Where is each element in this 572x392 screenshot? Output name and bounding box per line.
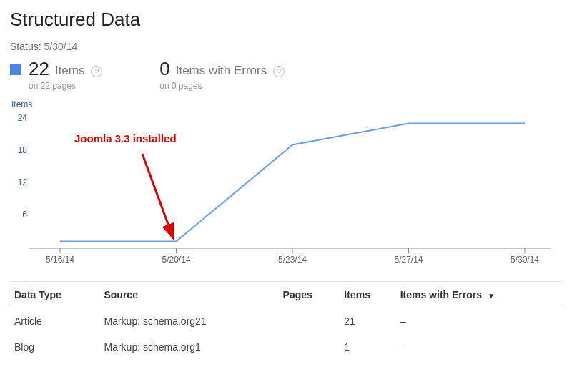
status-value: 5/30/14 <box>44 41 77 52</box>
svg-text:6: 6 <box>22 210 27 220</box>
cell-source: Markup: schema.org1 <box>99 334 278 360</box>
cell-datatype: Article <box>10 308 99 335</box>
cell-pages <box>279 334 340 360</box>
col-errors-text: Items with Errors <box>400 289 482 300</box>
items-summary: 22 Items ? on 22 pages <box>10 59 102 91</box>
errors-label: Items with Errors ? <box>176 64 285 78</box>
items-label-text: Items <box>55 64 85 77</box>
svg-line-15 <box>142 154 174 239</box>
svg-text:24: 24 <box>18 113 28 123</box>
status-line: Status: 5/30/14 <box>10 41 562 52</box>
errors-label-text: Items with Errors <box>176 64 267 77</box>
svg-text:5/16/14: 5/16/14 <box>46 255 74 265</box>
svg-text:5/20/14: 5/20/14 <box>162 255 190 265</box>
table-header-row: Data Type Source Pages Items Items with … <box>10 282 562 308</box>
col-source[interactable]: Source <box>99 282 278 308</box>
table-row[interactable]: ArticleMarkup: schema.org2121– <box>10 308 562 335</box>
errors-subtext: on 0 pages <box>159 81 285 91</box>
status-label: Status: <box>10 41 41 52</box>
cell-errors: – <box>396 334 562 360</box>
sort-desc-icon: ▼ <box>488 292 495 300</box>
items-count: 22 <box>29 59 49 78</box>
svg-text:5/23/14: 5/23/14 <box>278 255 307 265</box>
cell-items: 1 <box>340 334 395 360</box>
table-row[interactable]: BlogMarkup: schema.org11– <box>10 334 562 360</box>
errors-count: 0 <box>159 59 169 78</box>
col-datatype[interactable]: Data Type <box>10 282 99 308</box>
chart-title: Items <box>11 99 562 109</box>
svg-text:12: 12 <box>18 177 28 187</box>
svg-text:5/27/14: 5/27/14 <box>394 255 423 265</box>
items-label: Items ? <box>55 64 102 78</box>
data-table: Data Type Source Pages Items Items with … <box>10 281 562 360</box>
cell-pages <box>279 308 340 335</box>
chart-area: 61218245/16/145/20/145/23/145/27/145/30/… <box>10 111 553 268</box>
cell-errors: – <box>396 308 562 335</box>
help-icon[interactable]: ? <box>91 66 102 77</box>
errors-summary: 0 Items with Errors ? on 0 pages <box>159 59 285 91</box>
svg-text:5/30/14: 5/30/14 <box>511 255 539 265</box>
summary-row: 22 Items ? on 22 pages 0 Items with Erro… <box>10 59 562 91</box>
items-subtext: on 22 pages <box>29 81 102 91</box>
col-errors[interactable]: Items with Errors ▼ <box>396 282 562 308</box>
page-title: Structured Data <box>10 9 562 31</box>
svg-text:18: 18 <box>18 145 28 155</box>
cell-items: 21 <box>340 308 395 335</box>
help-icon[interactable]: ? <box>273 66 285 77</box>
col-items[interactable]: Items <box>340 282 395 308</box>
cell-datatype: Blog <box>10 334 99 360</box>
annotation-label: Joomla 3.3 installed <box>74 132 177 144</box>
items-swatch-icon <box>10 64 21 75</box>
cell-source: Markup: schema.org21 <box>99 308 278 335</box>
col-pages[interactable]: Pages <box>279 282 340 308</box>
